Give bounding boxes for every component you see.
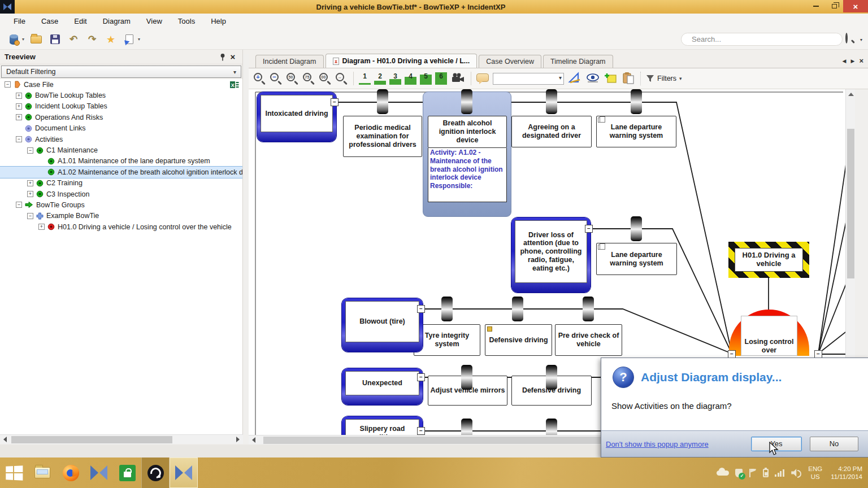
- no-button[interactable]: No: [810, 437, 858, 451]
- pin-icon[interactable]: [218, 52, 228, 62]
- menu-edit[interactable]: Edit: [66, 15, 94, 28]
- zoom-75-icon[interactable]: 75: [302, 72, 315, 85]
- scroll-up-icon[interactable]: [848, 93, 854, 96]
- scroll-left-icon[interactable]: [252, 437, 255, 443]
- search-icon[interactable]: [845, 34, 857, 45]
- tree-expander[interactable]: +: [27, 191, 33, 197]
- close-button[interactable]: ×: [843, 0, 868, 12]
- barrier-agreeing-on-a-designated-driver[interactable]: Agreeing on a designated driver: [511, 116, 592, 147]
- tree-item-example-bowtie[interactable]: −Example BowTie: [0, 211, 242, 221]
- tab-timeline-diagram[interactable]: Timeline Diagram: [543, 55, 613, 68]
- undo-icon[interactable]: ↶: [67, 33, 80, 46]
- search-input[interactable]: [681, 33, 843, 46]
- network-signal-icon[interactable]: [775, 469, 785, 477]
- menu-view[interactable]: View: [138, 15, 170, 28]
- obs-studio-taskbar-button[interactable]: [141, 457, 170, 488]
- tree-item-a1-02-maintenance-of-the-breath-alcohol-[interactable]: A1.02 Maintenance of the breath alcohol …: [0, 167, 242, 177]
- barrier-periodic-medical-examination-for-profess[interactable]: Periodic medical examination for profess…: [343, 116, 422, 157]
- threat-intoxicated-driving[interactable]: Intoxicated driving−: [257, 92, 336, 142]
- collapse-button[interactable]: −: [728, 350, 736, 358]
- tree-expander[interactable]: −: [16, 136, 22, 142]
- barrier-breath-alcohol-ignition-interlock-device[interactable]: Breath alcohol ignition interlock device: [428, 116, 507, 148]
- display-level-5-button[interactable]: 5: [420, 72, 432, 85]
- display-level-2-button[interactable]: 2: [374, 72, 386, 85]
- tree-expander[interactable]: −: [5, 81, 11, 88]
- tab-diagram-h01-0-driving-a-vehicle-l[interactable]: Diagram - H01.0 Driving a vehicle / L...: [326, 54, 478, 68]
- video-camera-icon[interactable]: [451, 72, 466, 85]
- start-button[interactable]: [0, 457, 28, 488]
- database-dropdown-icon[interactable]: ▾: [22, 37, 24, 42]
- scroll-right-icon[interactable]: [236, 437, 240, 442]
- onedrive-cloud-icon[interactable]: [717, 470, 729, 476]
- add-note-icon[interactable]: [604, 72, 618, 86]
- barrier-tyre-integrity-system[interactable]: Tyre integrity system: [414, 324, 480, 356]
- dont-show-popup-link[interactable]: Don't show this popup anymore: [606, 440, 709, 448]
- tree-item-bowtie-groups[interactable]: −BowTie Groups: [0, 199, 242, 210]
- firefox-taskbar-button[interactable]: [57, 457, 85, 488]
- excel-export-icon[interactable]: X: [230, 81, 239, 90]
- file-explorer-taskbar-button[interactable]: [28, 457, 57, 488]
- close-panel-icon[interactable]: ×: [228, 52, 238, 62]
- favorites-icon[interactable]: ★: [104, 33, 118, 46]
- threat-slippery-road-conditions[interactable]: Slippery road conditions−: [342, 416, 423, 435]
- display-level-1-button[interactable]: 1: [359, 72, 371, 85]
- report-icon[interactable]: [123, 33, 136, 46]
- zoom-100-icon[interactable]: 00: [319, 72, 332, 85]
- zoom-in-icon[interactable]: +: [253, 72, 266, 85]
- flag-icon[interactable]: [749, 469, 757, 477]
- tree-expander[interactable]: −: [27, 147, 33, 154]
- filters-button[interactable]: Filters ▾: [646, 75, 682, 82]
- open-file-icon[interactable]: [29, 33, 43, 46]
- tree-item-activities[interactable]: −Activities: [0, 134, 242, 145]
- barrier-lane-departure-warning-system[interactable]: Lane departure warning system: [596, 116, 676, 147]
- battery-icon[interactable]: [763, 469, 769, 477]
- tree-expander[interactable]: +: [27, 180, 33, 186]
- tree-expander[interactable]: +: [16, 114, 22, 120]
- menu-help[interactable]: Help: [203, 15, 234, 28]
- barrier-defensive-driving[interactable]: Defensive driving: [485, 324, 552, 356]
- tree-expander[interactable]: +: [16, 93, 22, 99]
- scrollbar-thumb[interactable]: [263, 437, 652, 444]
- save-icon[interactable]: [48, 33, 62, 46]
- tree-item-incident-lookup-tables[interactable]: +Incident Lookup Tables: [0, 101, 242, 112]
- volume-icon[interactable]: [791, 469, 802, 477]
- paste-icon[interactable]: [622, 71, 635, 86]
- tab-case-overview[interactable]: Case Overview: [479, 55, 541, 68]
- minimize-button[interactable]: [807, 1, 825, 12]
- restore-button[interactable]: [825, 1, 843, 12]
- tree-item-c1-maintenance[interactable]: −C1 Maintenance: [0, 145, 242, 155]
- collapse-button[interactable]: −: [417, 305, 425, 313]
- windows-store-taskbar-button[interactable]: [113, 457, 141, 488]
- collapse-button[interactable]: −: [814, 350, 822, 358]
- menu-tools[interactable]: Tools: [170, 15, 203, 28]
- scrollbar-thumb[interactable]: [11, 436, 172, 443]
- tree-expander[interactable]: −: [27, 213, 33, 219]
- database-icon[interactable]: [7, 33, 20, 46]
- threat-unexpected[interactable]: Unexpected−: [342, 368, 423, 405]
- barrier-lane-departure-warning-system[interactable]: Lane departure warning system: [596, 243, 677, 275]
- tree-item-document-links[interactable]: Document Links: [0, 123, 242, 134]
- tree-expander[interactable]: +: [16, 103, 22, 110]
- tree-item-case-file[interactable]: −Case File: [0, 79, 242, 90]
- bowtiexp-active-taskbar-button[interactable]: [170, 457, 198, 488]
- zoom-out-icon[interactable]: −: [270, 72, 283, 85]
- comment-icon[interactable]: [476, 73, 489, 82]
- tree-item-c2-training[interactable]: +C2 Training: [0, 178, 242, 189]
- diagram-combo-box[interactable]: [493, 73, 564, 85]
- language-indicator[interactable]: ENG US: [808, 465, 822, 481]
- display-level-4-button[interactable]: 4: [405, 72, 416, 85]
- tab-close-icon[interactable]: ×: [859, 56, 863, 65]
- scroll-left-icon[interactable]: [3, 437, 7, 442]
- menu-file[interactable]: File: [6, 15, 33, 28]
- zoom-fit-icon[interactable]: ↔: [335, 72, 348, 85]
- filter-dropdown[interactable]: Default Filtering ▾: [1, 66, 241, 78]
- hazard-box[interactable]: H01.0 Driving a vehicle: [728, 242, 809, 278]
- zoom-50-icon[interactable]: 50: [286, 72, 299, 85]
- tree-item-h01-0-driving-a-vehicle-losing-control-o[interactable]: +H01.0 Driving a vehicle / Losing contro…: [0, 221, 242, 232]
- eye-icon[interactable]: [585, 72, 600, 85]
- tree-item-c3-inspection[interactable]: +C3 Inspection: [0, 189, 242, 199]
- tree-horizontal-scrollbar[interactable]: [0, 434, 243, 444]
- barrier-pre-drive-check-of-vehicle[interactable]: Pre drive check of vehicle: [555, 324, 622, 356]
- display-level-3-button[interactable]: 3: [389, 72, 401, 85]
- bowtiexp-taskbar-button[interactable]: [85, 457, 113, 488]
